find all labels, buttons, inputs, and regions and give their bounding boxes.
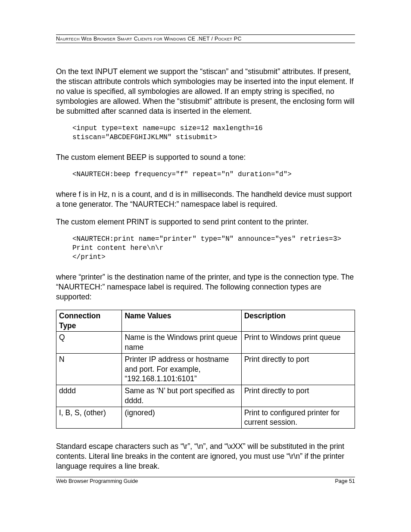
cell: I, B, S, (other): [56, 407, 122, 429]
cell: Print to Windows print queue: [241, 332, 355, 354]
paragraph: On the text INPUT element we support the…: [56, 67, 355, 116]
paragraph: where “printer” is the destination name …: [56, 272, 355, 302]
cell: Printer IP address or hostname and port.…: [122, 353, 241, 385]
th-connection-type: Connection Type: [56, 310, 122, 332]
page: Naurtech Web Browser Smart Clients for W…: [0, 0, 411, 532]
th-description: Description: [241, 310, 355, 332]
cell: N: [56, 353, 122, 385]
paragraph: The custom element BEEP is supported to …: [56, 152, 355, 162]
footer-title: Web Browser Programming Guide: [56, 478, 138, 484]
table-header-row: Connection Type Name Values Description: [56, 310, 355, 332]
paragraph: where f is in Hz, n is a count, and d is…: [56, 190, 355, 209]
cell: Q: [56, 332, 122, 354]
table-row: N Printer IP address or hostname and por…: [56, 353, 355, 385]
paragraph: Standard escape characters such as “\r”,…: [56, 442, 355, 471]
table-row: I, B, S, (other) (ignored) Print to conf…: [56, 407, 355, 429]
cell: (ignored): [122, 407, 241, 429]
table-row: Q Name is the Windows print queue name P…: [56, 332, 355, 354]
cell: dddd: [56, 385, 122, 407]
cell: Print directly to port: [241, 353, 355, 385]
page-footer: Web Browser Programming Guide Page 51: [56, 477, 355, 484]
cell: Print to configured printer for current …: [241, 407, 355, 429]
cell: Same as ‘N’ but port specified as dddd.: [122, 385, 241, 407]
connection-types-table: Connection Type Name Values Description …: [56, 310, 355, 429]
code-sample-print: <NAURTECH:print name="printer" type="N" …: [72, 235, 355, 261]
page-header: Naurtech Web Browser Smart Clients for W…: [56, 34, 355, 43]
th-name-values: Name Values: [122, 310, 241, 332]
code-sample-input: <input type=text name=upc size=12 maxlen…: [72, 124, 355, 142]
table-row: dddd Same as ‘N’ but port specified as d…: [56, 385, 355, 407]
code-sample-beep: <NAURTECH:beep frequency="f" repeat="n" …: [72, 170, 355, 179]
footer-page-number: Page 51: [335, 478, 355, 484]
paragraph: The custom element PRINT is supported to…: [56, 217, 355, 227]
cell: Print directly to port: [241, 385, 355, 407]
cell: Name is the Windows print queue name: [122, 332, 241, 354]
